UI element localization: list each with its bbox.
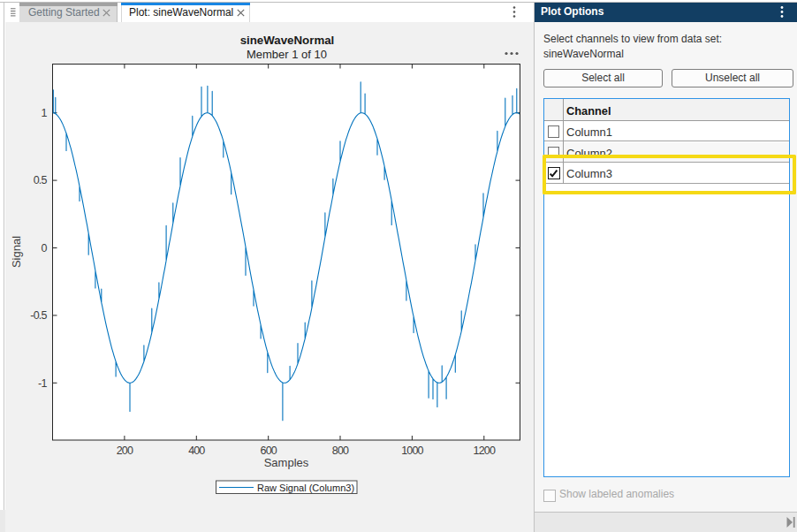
svg-text:0: 0 (41, 242, 47, 255)
svg-text:Raw Signal (Column3): Raw Signal (Column3) (257, 483, 354, 493)
svg-text:0.5: 0.5 (34, 174, 48, 186)
svg-text:200: 200 (117, 445, 133, 457)
svg-text:1: 1 (41, 107, 47, 119)
svg-text:-1: -1 (38, 377, 47, 390)
svg-text:-0.5: -0.5 (30, 309, 47, 322)
svg-text:1200: 1200 (474, 445, 496, 457)
svg-text:400: 400 (188, 445, 205, 457)
svg-text:1000: 1000 (401, 445, 423, 457)
svg-text:600: 600 (261, 445, 277, 457)
svg-text:Samples: Samples (264, 456, 309, 469)
svg-text:Signal: Signal (10, 236, 23, 268)
svg-text:Member 1 of 10: Member 1 of 10 (247, 48, 327, 61)
svg-text:800: 800 (332, 445, 349, 457)
svg-text:sineWaveNormal: sineWaveNormal (240, 34, 335, 47)
